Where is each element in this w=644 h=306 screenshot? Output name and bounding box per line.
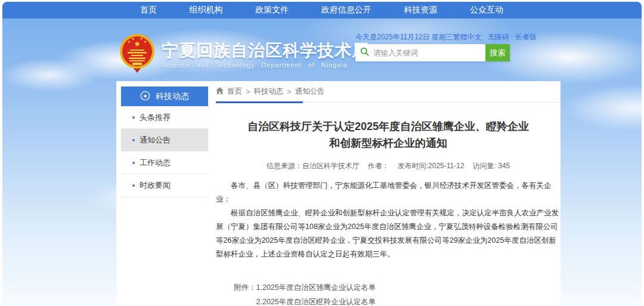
sidebar-title: 科技动态 [156, 91, 189, 102]
breadcrumb-entry: 通知公告 [295, 86, 329, 97]
sidebar-item-label: 通知公告 [140, 135, 171, 146]
content-card: ★ 科技动态 头条推荐 通知公告 [116, 81, 561, 306]
sidebar-item[interactable]: 通知公告 [121, 129, 208, 152]
svg-text:★: ★ [134, 39, 141, 48]
meta-source: 信息来源：自治区科学技术厅 [267, 161, 360, 171]
quick-link[interactable]: 无障碍 [488, 32, 509, 42]
quick-link[interactable]: 长者版 [515, 32, 537, 42]
bullet-dot-icon [132, 162, 135, 164]
breadcrumb-separator: > [287, 88, 291, 96]
article-body: 各市、县（区）科技管理部门，宁东能源化工基地管委会，银川经济技术开发区管委会，各… [216, 179, 561, 261]
attachments-list: 1.2025年度自治区雏鹰企业认定名单2.2025年度自治区瞪羚企业认定名单3.… [256, 280, 398, 306]
breadcrumb-link[interactable]: 科技动态 [253, 86, 283, 97]
breadcrumb-active-underline [216, 101, 303, 103]
home-icon [216, 87, 224, 96]
search-button[interactable]: 搜索 [485, 44, 510, 61]
svg-text:★: ★ [128, 40, 131, 44]
meta-publish-time: 发布时间:2025-11-12 [398, 161, 465, 171]
nav-item[interactable]: 公众互动 [470, 5, 503, 16]
sidebar-item[interactable]: 头条推荐 [121, 106, 208, 129]
svg-text:★: ★ [131, 37, 134, 41]
sidebar-item-label: 时政要闻 [140, 180, 171, 191]
svg-text:★: ★ [143, 93, 147, 99]
breadcrumb-separator: > [246, 88, 250, 96]
article-paragraph: 根据自治区雏鹰企业、瞪羚企业和创新型标杆企业认定管理有关规定，决定认定半亩良人农… [216, 206, 561, 261]
sidebar-item-label: 工作动态 [140, 157, 171, 168]
article-paragraph: 各市、县（区）科技管理部门，宁东能源化工基地管委会，银川经济技术开发区管委会，各… [216, 179, 561, 206]
nav-item[interactable]: 政策文件 [255, 5, 289, 16]
sidebar-item-label: 头条推荐 [140, 112, 171, 123]
attachments-label: 附件： [234, 280, 256, 306]
meta-author: 作者： [368, 161, 389, 171]
sidebar-item[interactable]: 工作动态 [121, 152, 208, 174]
article-meta: 信息来源：自治区科学技术厅 作者： 发布时间:2025-11-12 访问量: 3… [216, 161, 561, 171]
bullet-dot-icon [132, 116, 135, 119]
circled-star-icon: ★ [140, 91, 150, 103]
sidebar: ★ 科技动态 头条推荐 通知公告 [121, 86, 208, 197]
main-content: 首页 > 科技动态 > 通知公告 [216, 86, 561, 306]
national-emblem-logo: ★ ★ ★ ★ ★ [119, 33, 155, 76]
quick-link[interactable]: 繁體中文 [453, 32, 482, 42]
attachment-link[interactable]: 1.2025年度自治区雏鹰企业认定名单 [256, 280, 398, 295]
nav-item[interactable]: 首页 [140, 5, 157, 16]
meta-views: 访问量: 345 [473, 161, 510, 171]
nav-item[interactable]: 政府信息公开 [321, 5, 371, 16]
article-title: 自治区科技厅关于认定2025年度自治区雏鹰企业、瞪羚企业和创新型标杆企业的通知 [216, 118, 561, 152]
top-navigation-bar: 首页组织机构政策文件政府信息公开科技资源公众互动 [2, 2, 642, 18]
article-title-line: 和创新型标杆企业的通知 [216, 135, 561, 152]
header-top-row: 今天是2025年11月12日 星期三 繁體中文无障碍长者版 [355, 32, 521, 42]
svg-text:★: ★ [140, 37, 143, 41]
quick-links: 繁體中文无障碍长者版 [453, 32, 537, 42]
search-icon [360, 47, 369, 58]
site-title: 宁夏回族自治区科学技术厅 [162, 39, 369, 62]
breadcrumb: 首页 > 科技动态 > 通知公告 [216, 86, 561, 103]
breadcrumb-link[interactable]: 首页 [227, 86, 242, 97]
today-date: 今天是2025年11月12日 星期三 [355, 32, 453, 42]
search-input[interactable] [373, 49, 481, 57]
sidebar-menu: 头条推荐 通知公告 工作动态 时政要闻 [121, 106, 208, 197]
svg-text:★: ★ [144, 40, 147, 44]
sidebar-item[interactable]: 时政要闻 [121, 174, 208, 197]
bullet-dot-icon [132, 184, 135, 187]
search-bar: 搜索 [355, 44, 510, 61]
search-input-wrap [355, 44, 485, 61]
breadcrumb-link[interactable]: 通知公告 [295, 86, 325, 97]
sidebar-header-tech-news[interactable]: ★ 科技动态 [121, 86, 208, 106]
breadcrumb-entry: 首页 > [227, 86, 250, 97]
attachments-block: 附件： 1.2025年度自治区雏鹰企业认定名单2.2025年度自治区瞪羚企业认定… [234, 280, 561, 306]
page: 首页组织机构政策文件政府信息公开科技资源公众互动 ★ ★ ★ ★ ★ 宁夏回族自… [0, 0, 644, 306]
nav-item[interactable]: 组织机构 [190, 5, 223, 16]
attachment-link[interactable]: 2.2025年度自治区瞪羚企业认定名单 [256, 295, 398, 306]
breadcrumb-items: 首页 > 科技动态 > 通知公告 [227, 86, 329, 97]
breadcrumb-entry: 科技动态 > [253, 86, 291, 97]
site-subtitle: Science and Technology Department of Nin… [162, 61, 348, 69]
nav-menu: 首页组织机构政策文件政府信息公开科技资源公众互动 [140, 2, 503, 18]
bullet-dot-icon [132, 139, 135, 141]
article-title-line: 自治区科技厅关于认定2025年度自治区雏鹰企业、瞪羚企业 [216, 118, 561, 135]
nav-item[interactable]: 科技资源 [404, 5, 437, 16]
